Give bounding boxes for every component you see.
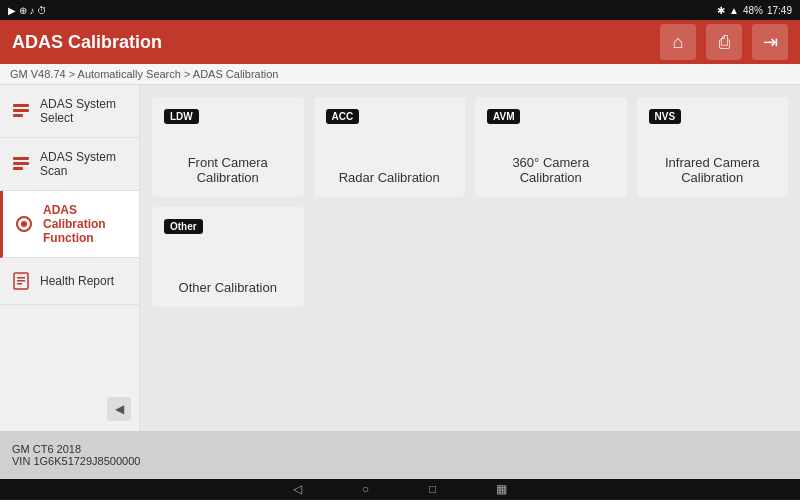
svg-rect-9: [17, 277, 25, 279]
other-calibration-card[interactable]: Other Other Calibration: [152, 207, 304, 307]
sidebar-item-adas-system-scan[interactable]: ADAS System Scan: [0, 138, 139, 191]
sidebar-item-adas-system-select[interactable]: ADAS System Select: [0, 85, 139, 138]
print-button[interactable]: ⎙: [706, 24, 742, 60]
footer-line1: GM CT6 2018: [12, 443, 788, 455]
calibration-grid-row2: Other Other Calibration: [152, 207, 788, 307]
page-title: ADAS Calibration: [12, 32, 162, 53]
sidebar-item-label: ADAS System Scan: [40, 150, 129, 178]
nav-bar: ◁ ○ □ ▦: [0, 479, 800, 499]
sidebar-item-label: ADAS System Select: [40, 97, 129, 125]
health-report-icon: [10, 270, 32, 292]
sidebar: ADAS System Select ADAS System Scan ADAS…: [0, 85, 140, 431]
radar-label: Radar Calibration: [326, 170, 454, 185]
back-button[interactable]: ◁: [293, 482, 302, 496]
sidebar-item-label: ADAS Calibration Function: [43, 203, 129, 245]
content-area: LDW Front CameraCalibration ACC Radar Ca…: [140, 85, 800, 431]
bluetooth-icon: ✱: [717, 5, 725, 16]
svg-point-7: [21, 221, 27, 227]
radar-card[interactable]: ACC Radar Calibration: [314, 97, 466, 197]
360-camera-label: 360° CameraCalibration: [487, 155, 615, 185]
status-bar: ▶ ⊕ ♪ ⏱ ✱ ▲ 48% 17:49: [0, 0, 800, 20]
app-icons: ▶ ⊕ ♪ ⏱: [8, 5, 47, 16]
collapse-icon: ◀: [115, 402, 124, 416]
nvs-badge: NVS: [649, 109, 682, 124]
svg-rect-4: [13, 162, 29, 165]
svg-rect-11: [17, 283, 22, 285]
infrared-camera-label: Infrared CameraCalibration: [649, 155, 777, 185]
menu-button[interactable]: ▦: [496, 482, 507, 496]
footer-line2: VIN 1G6K51729J8500000: [12, 455, 788, 467]
sidebar-item-adas-calibration-function[interactable]: ADAS Calibration Function: [0, 191, 139, 258]
other-calibration-label: Other Calibration: [164, 280, 292, 295]
home-icon: ⌂: [673, 32, 684, 53]
home-button[interactable]: ⌂: [660, 24, 696, 60]
android-home-button[interactable]: ○: [362, 482, 369, 496]
exit-button[interactable]: ⇥: [752, 24, 788, 60]
sidebar-item-health-report[interactable]: Health Report: [0, 258, 139, 305]
360-camera-card[interactable]: AVM 360° CameraCalibration: [475, 97, 627, 197]
front-camera-label: Front CameraCalibration: [164, 155, 292, 185]
svg-rect-2: [13, 114, 23, 117]
footer: GM CT6 2018 VIN 1G6K51729J8500000: [0, 431, 800, 479]
battery-level: 48%: [743, 5, 763, 16]
avm-badge: AVM: [487, 109, 520, 124]
adas-scan-icon: [10, 153, 32, 175]
time-display: 17:49: [767, 5, 792, 16]
svg-rect-3: [13, 157, 29, 160]
other-badge: Other: [164, 219, 203, 234]
svg-rect-10: [17, 280, 25, 282]
sidebar-collapse-button[interactable]: ◀: [107, 397, 131, 421]
adas-calibration-icon: [13, 213, 35, 235]
sidebar-item-label: Health Report: [40, 274, 114, 288]
infrared-camera-card[interactable]: NVS Infrared CameraCalibration: [637, 97, 789, 197]
print-icon: ⎙: [719, 32, 730, 53]
status-right: ✱ ▲ 48% 17:49: [717, 5, 792, 16]
header-bar: ADAS Calibration ⌂ ⎙ ⇥: [0, 20, 800, 64]
adas-select-icon: [10, 100, 32, 122]
acc-badge: ACC: [326, 109, 360, 124]
svg-rect-1: [13, 109, 29, 112]
breadcrumb: GM V48.74 > Automatically Search > ADAS …: [0, 64, 800, 85]
status-left: ▶ ⊕ ♪ ⏱: [8, 5, 47, 16]
svg-rect-5: [13, 167, 23, 170]
header-actions: ⌂ ⎙ ⇥: [660, 24, 788, 60]
recent-apps-button[interactable]: □: [429, 482, 436, 496]
calibration-grid-row1: LDW Front CameraCalibration ACC Radar Ca…: [152, 97, 788, 197]
svg-rect-0: [13, 104, 29, 107]
ldw-badge: LDW: [164, 109, 199, 124]
signal-icon: ▲: [729, 5, 739, 16]
exit-icon: ⇥: [763, 31, 778, 53]
front-camera-card[interactable]: LDW Front CameraCalibration: [152, 97, 304, 197]
main-layout: ADAS System Select ADAS System Scan ADAS…: [0, 85, 800, 431]
